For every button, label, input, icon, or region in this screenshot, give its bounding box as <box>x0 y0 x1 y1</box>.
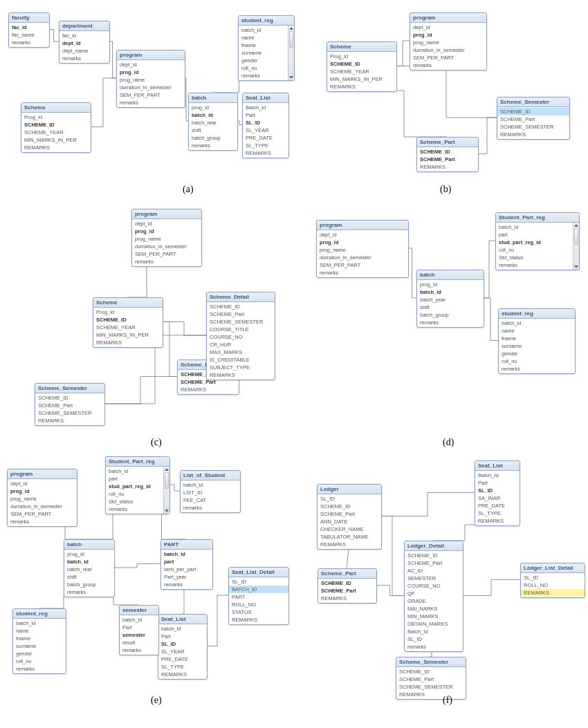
column[interactable]: shift <box>64 573 114 581</box>
column[interactable]: SL_YEAR <box>158 648 207 655</box>
table-de[interactable]: departmentfac_iddept_iddept_nameremarks <box>59 21 110 64</box>
table-ssc[interactable]: Scheme_SemesterSCHEME_IDSCHEME_PartSCHEM… <box>35 383 105 426</box>
column[interactable]: REMARKS <box>229 616 288 624</box>
column[interactable]: ANN_DATE <box>318 518 381 525</box>
column[interactable]: REMARKS <box>21 144 91 151</box>
column[interactable]: MIN_MARKS <box>405 613 463 620</box>
column[interactable]: SUBJECT_TYPE <box>207 364 275 371</box>
column[interactable]: REMARKS <box>497 131 569 138</box>
column[interactable]: SCHEME_Part <box>497 115 569 123</box>
column[interactable]: MAI_NARKS <box>405 605 463 613</box>
column[interactable]: result <box>120 639 158 646</box>
column[interactable]: SEM_PER_PART <box>132 250 201 258</box>
column[interactable]: remarks <box>189 142 237 149</box>
column[interactable]: prog_id <box>410 31 486 39</box>
column[interactable]: remarks <box>496 261 579 269</box>
column[interactable]: SCHEME_SEMESTER <box>396 683 466 691</box>
column[interactable]: surname <box>239 49 294 57</box>
column[interactable]: Batch_Id <box>475 472 520 479</box>
column[interactable]: STATUS <box>229 608 288 616</box>
table-pae[interactable]: PARTbatch_idpartsem_per_partPart_yearrem… <box>160 539 213 590</box>
table-spe[interactable]: Student_Part_regbatch_idpartstud_part_re… <box>105 456 170 514</box>
table-lf[interactable]: LedgerSL_IDSCHEME_IDSCHEME_PartANN_DATEC… <box>317 484 382 550</box>
scroll-up-icon[interactable] <box>573 223 579 228</box>
column[interactable]: durration_in_semester <box>117 84 185 91</box>
column[interactable]: TABULATOR_NAME <box>318 533 381 541</box>
column[interactable]: fname <box>239 41 294 49</box>
column[interactable]: prog_id <box>8 487 77 495</box>
column[interactable]: SL_ID <box>521 574 585 581</box>
column[interactable]: REMARKS <box>521 589 585 597</box>
column[interactable]: SL_ID <box>158 640 207 648</box>
column[interactable]: remarks <box>317 269 408 277</box>
column[interactable]: surname <box>13 642 66 650</box>
column[interactable]: SCHEME_SEMESTER <box>35 409 104 417</box>
table-sme[interactable]: semesterbatch_idPartsemesterresultremark… <box>119 605 159 655</box>
column[interactable]: REMARKS <box>158 671 207 678</box>
column[interactable]: SCHEME_Part <box>405 559 463 567</box>
column[interactable]: batch_id <box>189 111 237 119</box>
table-bd[interactable]: batchprog_idbatch_idbatch_yearshiftbatch… <box>416 270 484 328</box>
column[interactable]: SEM_PER_PART <box>8 510 77 518</box>
column[interactable]: remarks <box>417 319 484 326</box>
column[interactable]: SEM_FER_PART <box>117 91 185 99</box>
column[interactable]: Prog_Id <box>93 308 163 316</box>
column[interactable]: dept_id <box>59 39 109 47</box>
column[interactable]: gender <box>13 650 66 657</box>
column[interactable]: remarks <box>181 504 240 512</box>
table-sc[interactable]: SchemeProg_IdSCHEME_IDSCHEME_YEARMIN_MAR… <box>21 102 91 153</box>
column[interactable]: batch_rear <box>189 119 237 127</box>
table-lse[interactable]: List_of_Studentbatch_idLIST_IDFEE_CATrem… <box>180 470 241 513</box>
column[interactable]: SCHEME_SEMESTER <box>207 318 275 326</box>
column[interactable]: Part <box>475 479 520 487</box>
column[interactable]: batch_group <box>189 134 237 142</box>
column[interactable]: REMARKS <box>178 386 239 393</box>
column[interactable]: SCHEME_Part <box>417 156 478 163</box>
column[interactable]: prog_id <box>189 104 237 111</box>
column[interactable]: batch_rear <box>64 566 114 573</box>
column[interactable]: QP <box>405 590 463 597</box>
column[interactable]: MAX_MARKS <box>207 348 275 356</box>
column[interactable]: stud_part_reg_id <box>496 239 579 246</box>
column[interactable]: remarks <box>132 258 201 265</box>
column[interactable]: SCHEME_ID <box>417 148 478 156</box>
column[interactable]: name <box>499 327 575 335</box>
table-fa[interactable]: facultyfac_idfac_nameremarks <box>8 12 50 48</box>
column[interactable]: PRE_DATE <box>243 134 288 142</box>
column[interactable]: remarks <box>161 581 212 588</box>
column[interactable]: SCHEME_ID <box>93 316 163 324</box>
column[interactable]: roll_no <box>499 357 575 365</box>
column[interactable]: SCHEME_Part <box>318 510 381 518</box>
column[interactable]: COURSE_NO <box>207 333 275 341</box>
column[interactable]: dept_id <box>117 61 185 68</box>
column[interactable]: batch_id <box>120 616 158 624</box>
table-sdc[interactable]: Scheme_DetailSCHEME_IDSCHEME_PartSCHEME_… <box>206 292 275 380</box>
column[interactable]: dept_id <box>410 24 486 31</box>
column[interactable]: SCHEME_Part <box>35 402 104 409</box>
table-sr[interactable]: student_regbatch_idnamefnamesurnamegende… <box>238 15 295 81</box>
column[interactable]: OBTAIN_MARKS <box>405 620 463 628</box>
column[interactable]: REMARKS <box>93 339 163 346</box>
column[interactable]: SCHEME_ID <box>405 552 463 559</box>
column[interactable]: shift <box>189 127 237 134</box>
column[interactable]: fac_id <box>59 32 109 39</box>
column[interactable]: fname <box>13 635 66 642</box>
column[interactable]: MIN_MARKS_IN_PER <box>93 331 163 339</box>
column[interactable]: MIN_MARKS_IN_PER <box>327 75 396 83</box>
column[interactable]: part <box>496 231 579 239</box>
column[interactable]: PRE_DATE <box>158 655 207 663</box>
column[interactable]: GRADE <box>405 597 463 605</box>
column[interactable]: prog_name <box>317 246 408 254</box>
column[interactable]: SCHEME_ID <box>207 303 275 310</box>
column[interactable]: prog_name <box>132 235 201 243</box>
column[interactable]: BATCH_ID <box>229 586 288 593</box>
table-ldf[interactable]: Ledger_DetailSCHEME_IDSCHEME_PartAC_IDSE… <box>404 541 463 652</box>
column[interactable]: SL_ID <box>318 495 381 503</box>
scrollbar[interactable] <box>573 223 579 270</box>
column[interactable]: CR_HUR <box>207 341 275 348</box>
column[interactable]: shift <box>417 304 484 311</box>
column[interactable]: Part <box>120 624 158 631</box>
table-pe[interactable]: programdept_idprog_idprog_namedurration_… <box>7 469 77 527</box>
scroll-down-icon[interactable] <box>573 264 579 270</box>
column[interactable]: AC_ID <box>405 567 463 575</box>
